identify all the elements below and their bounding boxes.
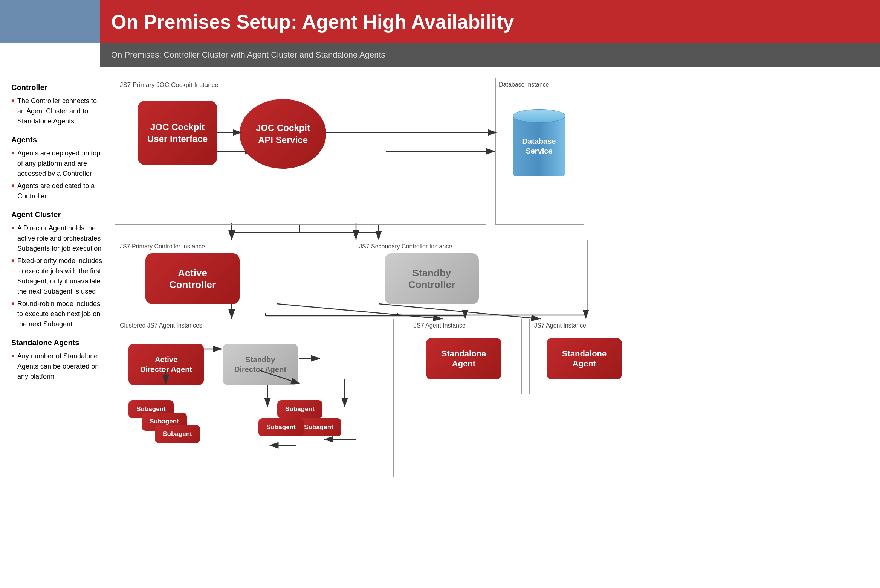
agent-instance-1-label: JS7 Agent Instance: [414, 322, 466, 329]
subtitle-bar: On Premises: Controller Cluster with Age…: [100, 43, 880, 67]
header: On Premises Setup: Agent High Availabili…: [0, 0, 880, 43]
standalone-list: Any number of Standalone Agents can be o…: [11, 351, 104, 382]
cluster-item-3: Round-robin mode includes to execute eac…: [11, 299, 104, 329]
joc-box-label: JS7 Primary JOC Cockpit Instance: [120, 81, 218, 89]
agents-item-1: Agents are deployed on top of any platfo…: [11, 148, 104, 179]
db-service-label: Database Service: [513, 136, 565, 156]
logo-area: [0, 0, 100, 43]
page-title: On Premises Setup: Agent High Availabili…: [111, 11, 514, 33]
subagent-3: Subagent: [155, 425, 200, 443]
subagent-6: Subagent: [258, 418, 304, 436]
db-instance-label: Database Instance: [499, 81, 549, 88]
standalone-agent-2-button: StandaloneAgent: [547, 338, 622, 379]
sidebar-heading-cluster: Agent Cluster: [11, 209, 104, 220]
sidebar-heading-agents: Agents: [11, 134, 104, 145]
primary-controller-box: JS7 Primary Controller Instance ActiveCo…: [115, 240, 348, 313]
standalone-agent-1-button: StandaloneAgent: [426, 338, 501, 379]
cluster-list: A Director Agent holds the active role a…: [11, 223, 104, 329]
secondary-controller-box: JS7 Secondary Controller Instance Standb…: [354, 240, 588, 313]
primary-controller-label: JS7 Primary Controller Instance: [120, 243, 205, 250]
diagram: JS7 Primary JOC Cockpit Instance JOC Coc…: [115, 78, 872, 588]
agents-list: Agents are deployed on top of any platfo…: [11, 148, 104, 201]
sidebar: Controller The Controller connects to an…: [8, 78, 107, 588]
joc-box: JS7 Primary JOC Cockpit Instance JOC Coc…: [115, 78, 486, 225]
agent-instance-1-box: JS7 Agent Instance StandaloneAgent: [409, 319, 522, 394]
joc-api-ellipse: JOC CockpitAPI Service: [240, 99, 326, 169]
agents-item-2: Agents are dedicated to a Controller: [11, 181, 104, 201]
page-title-bar: On Premises Setup: Agent High Availabili…: [100, 0, 880, 43]
sidebar-heading-standalone: Standalone Agents: [11, 337, 104, 348]
standby-controller-button: StandbyController: [385, 253, 479, 304]
cluster-item-1: A Director Agent holds the active role a…: [11, 223, 104, 254]
cluster-item-2: Fixed-priority mode includes to execute …: [11, 256, 104, 297]
controller-item-1: The Controller connects to an Agent Clus…: [11, 96, 104, 126]
agent-instance-2-box: JS7 Agent Instance StandaloneAgent: [529, 319, 642, 394]
subtitle: On Premises: Controller Cluster with Age…: [111, 50, 385, 59]
clustered-agent-label: Clustered JS7 Agent Instances: [120, 322, 202, 329]
active-controller-button: ActiveController: [145, 253, 240, 304]
standby-director-button: StandbyDirector Agent: [223, 344, 298, 385]
db-instance-box: Database Instance Database Service: [495, 78, 584, 225]
database-cylinder: Database Service: [513, 116, 565, 176]
clustered-agents-box: Clustered JS7 Agent Instances ActiveDire…: [115, 319, 394, 477]
standalone-item-1: Any number of Standalone Agents can be o…: [11, 351, 104, 382]
secondary-controller-label: JS7 Secondary Controller Instance: [359, 243, 452, 250]
controller-list: The Controller connects to an Agent Clus…: [11, 96, 104, 126]
sidebar-heading-controller: Controller: [11, 82, 104, 93]
joc-ui-button: JOC CockpitUser Interface: [138, 101, 217, 165]
subagent-4: Subagent: [277, 400, 322, 418]
active-director-button: ActiveDirector Agent: [128, 344, 204, 385]
agent-instance-2-label: JS7 Agent Instance: [534, 322, 586, 329]
main-content: Controller The Controller connects to an…: [0, 67, 880, 588]
